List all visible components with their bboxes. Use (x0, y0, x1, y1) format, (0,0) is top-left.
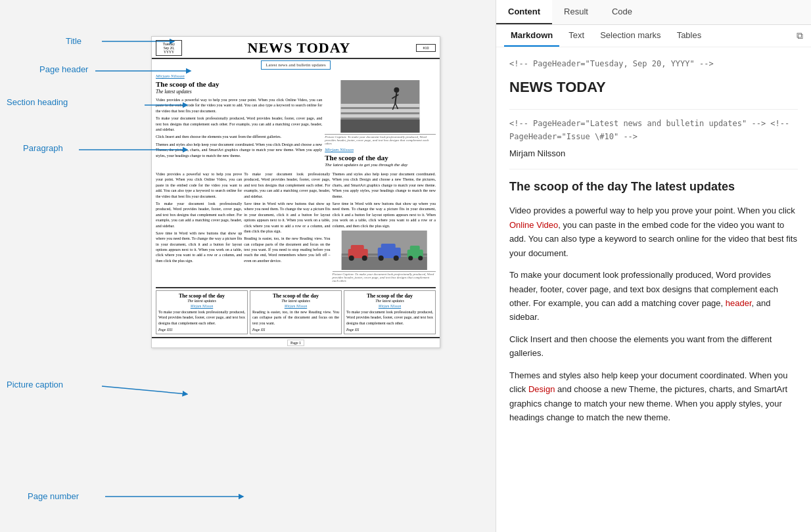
news-section-subheading: The latest updates (156, 89, 322, 95)
news-col3-body: To make your document look professionall… (346, 309, 433, 326)
svg-rect-21 (350, 245, 363, 250)
news-section2-sub: The latest updates to get you through th… (325, 162, 436, 167)
annotation-page-header: Page header (39, 64, 88, 74)
news-caption-2: Picture Caption: To make your document l… (333, 271, 436, 282)
news-date: Tuesday Sep 20, YYYY (156, 40, 182, 56)
news-bottom-col-1: The scoop of the day The latest updates … (156, 290, 248, 334)
news-page-num: Page 1 (287, 340, 304, 346)
news-col2-author: Mirjam Nilsson (252, 304, 339, 308)
news-left-col: The scoop of the day The latest updates … (156, 80, 322, 169)
svg-rect-10 (341, 104, 420, 107)
news-four-cols: Video provides a powerful way to help yo… (156, 171, 436, 284)
news-col1-para2: To make your document look professionall… (156, 201, 242, 229)
news-col1-body: To make your document look professionall… (158, 309, 245, 326)
annotation-page-number: Page number (28, 491, 79, 501)
svg-point-27 (393, 255, 398, 261)
news-col-1: Video provides a powerful way to help yo… (156, 171, 242, 284)
news-today-heading: NEWS TODAY (509, 76, 798, 99)
news-col1-sub: The latest updates (158, 299, 245, 303)
news-col2-body: Reading is easier, too, in the new Readi… (252, 309, 339, 326)
news-para-4: Themes and styles also help keep your do… (156, 142, 322, 158)
tab-result[interactable]: Result (552, 0, 600, 24)
news-para-3: Click Insert and then choose the element… (156, 134, 322, 139)
divider-2 (509, 169, 798, 169)
tab-text[interactable]: Text (562, 25, 591, 47)
news-para-2: To make your document look professionall… (156, 116, 322, 132)
news-col3-page: Page XX (346, 328, 433, 332)
news-caption-1: Picture Caption: To make your document l… (325, 134, 436, 145)
section-heading: The scoop of the day The latest updates (509, 177, 798, 196)
news-col-image-right: Themes and styles also help keep your do… (333, 171, 436, 284)
news-top-section: The scoop of the day The latest updates … (156, 80, 436, 169)
svg-point-22 (348, 255, 354, 261)
annotation-picture-caption: Picture caption (7, 380, 63, 389)
copy-icon[interactable]: ⧉ (797, 30, 803, 41)
news-col3-sub: The latest updates (346, 299, 433, 303)
annotation-title: Title (66, 36, 81, 46)
news-col2-sub: The latest updates (252, 299, 339, 303)
tab-selection-marks[interactable]: Selection marks (593, 25, 667, 47)
news-right-col-image: Picture Caption: To make your document l… (325, 80, 436, 169)
news-issue: #10 (416, 44, 436, 52)
news-col2-para3: Reading is easier, too, in the new Readi… (244, 236, 330, 263)
news-col2-heading: The scoop of the day (252, 293, 339, 299)
divider-1 (509, 109, 798, 110)
svg-rect-29 (409, 246, 419, 250)
news-col1-para3: Save time in Word with new buttons that … (156, 231, 242, 263)
news-body: Mirjam Nilsson The scoop of the day The … (152, 71, 440, 337)
news-col3-para: Themes and styles also help keep your do… (333, 171, 436, 199)
comment-1: <!-- PageHeader="Tuesday, Sep 20, YYYY" … (509, 58, 798, 70)
secondary-tab-bar: Markdown Text Selection marks Tables ⧉ (496, 25, 811, 47)
svg-point-23 (361, 255, 367, 261)
newspaper-preview: Tuesday Sep 20, YYYY NEWS TODAY #10 Late… (151, 36, 440, 348)
cars-image (333, 231, 436, 270)
para-1: Video provides a powerful way to help yo… (509, 204, 798, 260)
svg-point-26 (378, 255, 383, 261)
svg-line-4 (102, 386, 187, 394)
news-para-1: Video provides a powerful way to help yo… (156, 97, 322, 114)
news-col1-para: Video provides a powerful way to help yo… (156, 171, 242, 199)
tab-content[interactable]: Content (496, 0, 552, 24)
content-area[interactable]: <!-- PageHeader="Tuesday, Sep 20, YYYY" … (496, 47, 811, 532)
news-bottom-col-3: The scoop of the day The latest updates … (344, 290, 436, 334)
news-col2-para2: Save time in Word with new buttons that … (244, 201, 330, 234)
svg-point-31 (418, 255, 423, 260)
link-header[interactable]: header (726, 298, 752, 308)
news-section-heading: The scoop of the day (156, 80, 322, 88)
news-col1-page: Page XXI (158, 328, 245, 332)
news-col3-heading: The scoop of the day (346, 293, 433, 299)
para-2: To make your document look professionall… (509, 268, 798, 324)
link-online-video[interactable]: Online Video (509, 220, 558, 230)
link-design[interactable]: Design (528, 384, 555, 394)
svg-rect-25 (381, 244, 395, 249)
left-panel: Title Page header Section heading Paragr… (0, 0, 496, 532)
news-col1-author: Mirjam Nilsson (158, 304, 245, 308)
news-col-2: To make your document look professionall… (244, 171, 330, 284)
news-subheader: Latest news and bulletin updates (261, 60, 330, 70)
tab-tables[interactable]: Tables (670, 25, 708, 47)
top-tab-bar: Content Result Code (496, 0, 811, 25)
news-col3-author: Mirjam Nilsson (346, 304, 433, 308)
right-panel: Content Result Code Markdown Text Select… (496, 0, 811, 532)
news-col2-page: Page XX (252, 328, 339, 332)
tab-code[interactable]: Code (600, 0, 644, 24)
news-author2: Mirjam Nilsson (325, 147, 436, 152)
annotation-section-heading: Section heading (7, 97, 68, 107)
news-col3-para2: Save time in Word with new buttons that … (333, 201, 436, 229)
news-author1: Mirjam Nilsson (156, 74, 436, 79)
news-header: Tuesday Sep 20, YYYY NEWS TODAY #10 (152, 37, 440, 59)
annotation-paragraph: Paragraph (23, 143, 63, 153)
news-col1-heading: The scoop of the day (158, 293, 245, 299)
news-bottom-cols: The scoop of the day The latest updates … (156, 287, 436, 334)
news-footer: Page 1 (152, 337, 440, 347)
svg-point-30 (408, 255, 413, 260)
comment-2: <!-- PageHeader="Latest news and bulleti… (509, 118, 798, 143)
news-title: NEWS TODAY (182, 39, 416, 56)
svg-rect-9 (341, 109, 420, 112)
author-name: Mirjam Nilsson (509, 147, 798, 161)
crosswalk-image (325, 80, 436, 133)
tab-markdown[interactable]: Markdown (504, 25, 559, 47)
para-4: Themes and styles also help keep your do… (509, 368, 798, 425)
news-col2-para: To make your document look professionall… (244, 171, 330, 199)
news-bottom-col-2: The scoop of the day The latest updates … (250, 290, 342, 334)
